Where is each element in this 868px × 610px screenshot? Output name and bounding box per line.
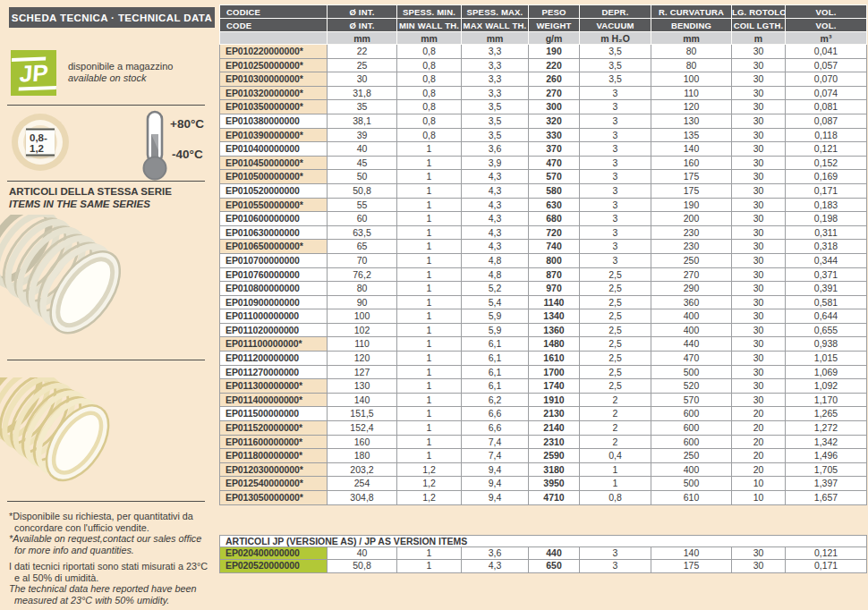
value-cell: 175 [651,170,732,184]
value-cell: 1340 [529,309,580,324]
value-cell: 30 [732,352,786,366]
value-cell: 30 [732,379,786,394]
footnote-measurement-it: I dati tecnici riportati sono stati misu… [9,561,215,583]
value-cell: 1 [397,449,462,463]
value-cell: 9,4 [462,491,529,505]
table-row: EP010350000000*350,83,53003120300,081 [220,100,867,114]
value-cell: 30 [732,295,786,309]
value-cell: 6,6 [462,407,529,421]
value-cell: 570 [651,393,732,407]
value-cell: 4710 [529,491,580,505]
value-cell: 5,9 [462,309,529,324]
value-cell: 152,4 [328,421,397,436]
value-cell: 570 [529,170,580,184]
value-cell: 3,5 [580,58,651,72]
value-cell: 30 [732,156,786,170]
value-cell: 230 [651,225,732,240]
product-code-cell: EP011520000000* [220,421,328,436]
table-row: EP010320000000*31,80,83,32703110300,074 [220,86,867,100]
value-cell: 30 [328,72,397,87]
value-cell: 30 [732,225,786,240]
hose-image-zeus [0,377,125,494]
unit-cell: mm [651,32,732,45]
value-cell: 1 [397,323,462,337]
value-cell: 4,8 [462,253,529,267]
col-header: MAX WALL TH. [462,19,529,32]
value-cell: 63,5 [328,225,397,240]
value-cell: 0,057 [786,58,867,72]
value-cell: 120 [651,100,732,114]
value-cell: 30 [732,267,786,282]
value-cell: 30 [732,170,786,184]
value-cell: 60 [328,212,397,226]
value-cell: 440 [529,547,580,560]
value-cell: 10 [732,477,786,491]
value-cell: 3,5 [462,114,529,128]
value-cell: 0,121 [786,142,867,157]
divider [7,360,205,360]
value-cell: 151,5 [328,407,397,421]
value-cell: 30 [732,337,786,352]
value-cell: 3 [580,142,651,157]
unit-cell: mm [462,32,529,45]
value-cell: 3,3 [462,86,529,100]
value-cell: 1,342 [786,435,867,449]
footnote-measurement-en: The technical data here reported have be… [9,583,215,606]
value-cell: 0,8 [397,45,462,59]
product-code-cell: EP012540000000* [220,477,328,491]
value-cell: 2,5 [580,337,651,352]
product-code-cell: EP010250000000* [220,58,328,72]
value-cell: 4,3 [462,240,529,254]
value-cell: 0,8 [397,72,462,87]
value-cell: 0,171 [786,560,867,572]
value-cell: 5,9 [462,323,529,337]
table-row: EP01100000000010015,913402,5400300,644 [220,309,867,324]
value-cell: 30 [732,183,786,198]
table-row: EP011500000000151,516,621302600201,265 [220,407,867,421]
value-cell: 120 [328,352,397,366]
product-code-cell: EP011800000000* [220,449,328,463]
value-cell: 3,9 [462,156,529,170]
value-cell: 50,8 [328,560,397,572]
table-row: EP010250000000*250,83,32203,580300,057 [220,58,867,72]
value-cell: 1,2 [397,491,462,505]
value-cell: 0,152 [786,156,867,170]
value-cell: 50,8 [328,183,397,198]
hose-image-eolo [0,215,134,349]
value-cell: 0,171 [786,183,867,198]
value-cell: 680 [529,212,580,226]
value-cell: 175 [651,183,732,198]
product-code-cell: EP010320000000* [220,86,328,100]
value-cell: 870 [529,267,580,282]
value-cell: 1360 [529,323,580,337]
footnote-availability-it: *Disponibile su richiesta, per quantitat… [9,511,215,533]
table-row: EP010500000000*5014,35703175300,169 [220,170,867,184]
value-cell: 2590 [529,449,580,463]
series-heading-en: ITEMS IN THE SAME SERIES [9,198,172,210]
table-row: EP011600000000*16017,423102600201,342 [220,435,867,449]
product-code-cell: EP010550000000* [220,198,328,212]
value-cell: 2140 [529,421,580,436]
value-cell: 50 [328,170,397,184]
value-cell: 4,3 [462,212,529,226]
value-cell: 127 [328,365,397,379]
value-cell: 2,5 [580,295,651,309]
col-header: VOL. [786,5,867,19]
value-cell: 1,705 [786,462,867,477]
value-cell: 1 [397,225,462,240]
value-cell: 0,074 [786,86,867,100]
product-code-cell: EP011100000000* [220,337,328,352]
value-cell: 4,3 [462,198,529,212]
value-cell: 0,318 [786,240,867,254]
value-cell: 140 [651,142,732,157]
value-cell: 0,198 [786,212,867,226]
table-row: EP01120000000012016,116102,5470301,015 [220,352,867,366]
value-cell: 1 [397,337,462,352]
value-cell: 110 [328,337,397,352]
value-cell: 1,015 [786,352,867,366]
product-code-cell: EP013050000000* [220,491,328,505]
temp-max-label: +80°C [170,117,204,131]
divider [7,501,205,502]
col-header: COIL LGTH. [732,19,786,32]
value-cell: 3 [580,183,651,198]
